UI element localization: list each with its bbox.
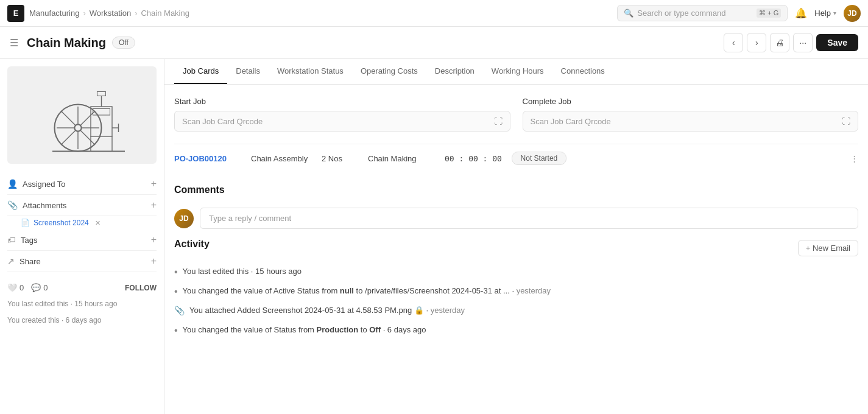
- sidebar: 👤 Assigned To + 📎 Attachments + 📄 Screen…: [0, 59, 164, 414]
- comment-input[interactable]: Type a reply / comment: [200, 208, 858, 229]
- tab-details[interactable]: Details: [227, 59, 269, 84]
- job-id[interactable]: PO-JOB00120: [174, 154, 241, 163]
- search-icon: 🔍: [624, 9, 633, 18]
- sidebar-meta: 🤍 0 💬 0 FOLLOW You last edited this · 15…: [7, 272, 157, 329]
- activity-item-1: • You last edited this · 15 hours ago: [174, 265, 858, 278]
- content-area: Job Cards Details Workstation Status Ope…: [164, 59, 868, 414]
- tags-label: Tags: [21, 236, 146, 245]
- tab-workstation-status[interactable]: Workstation Status: [269, 59, 352, 84]
- heart-icon: 🤍: [7, 283, 17, 292]
- likes-count: 0: [19, 283, 24, 292]
- activity-item-3: 📎 You attached Added Screenshot 2024-05-…: [174, 304, 858, 317]
- notification-icon[interactable]: 🔔: [795, 7, 807, 19]
- activity-title: Activity: [174, 239, 210, 250]
- help-button[interactable]: Help ▾: [814, 9, 836, 18]
- complete-job-input[interactable]: Scan Job Card Qrcode ⛶: [523, 111, 859, 132]
- attachment-remove-icon[interactable]: ✕: [95, 219, 101, 227]
- tab-content: Start Job Scan Job Card Qrcode ⛶ Complet…: [164, 85, 868, 414]
- tab-connections[interactable]: Connections: [552, 59, 613, 84]
- header-actions: ‹ › 🖨 ··· Save: [724, 33, 858, 52]
- new-email-button[interactable]: + New Email: [798, 240, 858, 256]
- search-shortcut: ⌘ + G: [757, 9, 781, 18]
- attachments-add-icon[interactable]: +: [151, 200, 157, 211]
- tags-section: 🏷 Tags +: [7, 230, 157, 251]
- more-button[interactable]: ···: [793, 33, 813, 52]
- activity-item-2: • You changed the value of Active Status…: [174, 285, 858, 297]
- comments-section: Comments JD Type a reply / comment: [174, 184, 858, 239]
- activity-header: Activity + New Email: [174, 239, 858, 257]
- job-row: PO-JOB00120 Chain Assembly 2 Nos Chain M…: [174, 144, 858, 172]
- activity-text-2: You changed the value of Active Status f…: [183, 285, 551, 297]
- yesterday-2: yesterday: [431, 306, 465, 315]
- svg-line-7: [80, 130, 94, 144]
- share-add-icon[interactable]: +: [151, 256, 157, 267]
- tags-add-icon[interactable]: +: [151, 234, 157, 245]
- svg-line-6: [61, 111, 75, 125]
- comment-area: JD Type a reply / comment: [174, 203, 858, 239]
- activity-list: • You last edited this · 15 hours ago • …: [174, 265, 858, 336]
- job-qty: 2 Nos: [322, 154, 358, 163]
- edit-info-2: You created this · 6 days ago: [7, 312, 157, 329]
- start-job-placeholder: Scan Job Card Qrcode: [182, 117, 263, 126]
- save-button[interactable]: Save: [816, 34, 858, 51]
- job-assembly: Chain Assembly: [251, 154, 312, 163]
- commenter-avatar: JD: [174, 209, 194, 228]
- nav-logo[interactable]: E: [7, 5, 24, 22]
- tab-description[interactable]: Description: [426, 59, 483, 84]
- page-header: ☰ Chain Making Off ‹ › 🖨 ··· Save: [0, 27, 868, 59]
- tab-working-hours[interactable]: Working Hours: [483, 59, 552, 84]
- off-text: Off: [369, 325, 381, 334]
- next-button[interactable]: ›: [747, 33, 766, 52]
- breadcrumb-current: Chain Making: [141, 9, 189, 18]
- comment-icon: 💬: [31, 283, 41, 292]
- nav-right: 🔍 Search or type command ⌘ + G 🔔 Help ▾ …: [617, 5, 861, 22]
- job-status: Not Started: [512, 152, 566, 165]
- status-badge: Off: [112, 37, 135, 49]
- follow-button[interactable]: FOLLOW: [125, 284, 157, 292]
- yesterday-1: yesterday: [517, 286, 551, 295]
- bullet-2: •: [174, 286, 178, 297]
- comments-item[interactable]: 💬 0: [31, 283, 48, 292]
- attachment-icon-3: 📎: [174, 306, 185, 315]
- print-button[interactable]: 🖨: [770, 33, 789, 52]
- breadcrumb-sep-2: ›: [135, 9, 137, 18]
- start-job-group: Start Job Scan Job Card Qrcode ⛶: [174, 97, 510, 132]
- tabs: Job Cards Details Workstation Status Ope…: [164, 59, 868, 85]
- assigned-to-label: Assigned To: [23, 180, 146, 189]
- tab-job-cards[interactable]: Job Cards: [174, 59, 227, 84]
- help-label: Help: [814, 9, 831, 18]
- breadcrumb-sep-1: ›: [83, 9, 85, 18]
- search-bar[interactable]: 🔍 Search or type command ⌘ + G: [617, 5, 788, 21]
- page-title: Chain Making: [27, 36, 106, 50]
- production-text: Production: [317, 325, 359, 334]
- breadcrumb-manufacturing[interactable]: Manufacturing: [29, 9, 79, 18]
- attachment-name[interactable]: Screenshot 2024: [34, 219, 89, 227]
- user-avatar[interactable]: JD: [844, 5, 861, 22]
- edit-info-1: You last edited this · 15 hours ago: [7, 296, 157, 312]
- start-job-input[interactable]: Scan Job Card Qrcode ⛶: [174, 111, 510, 132]
- complete-scan-expand-icon[interactable]: ⛶: [842, 116, 850, 126]
- start-scan-expand-icon[interactable]: ⛶: [494, 116, 503, 126]
- assigned-to-add-icon[interactable]: +: [151, 178, 157, 189]
- main-layout: 👤 Assigned To + 📎 Attachments + 📄 Screen…: [0, 59, 868, 414]
- user-icon: 👤: [7, 179, 18, 189]
- null-text: null: [340, 286, 354, 295]
- start-job-label: Start Job: [174, 97, 510, 106]
- job-row-more-icon[interactable]: ⋮: [850, 154, 858, 163]
- comments-title: Comments: [174, 184, 858, 195]
- share-label: Share: [19, 257, 146, 266]
- complete-job-label: Complete Job: [523, 97, 859, 106]
- likes-item[interactable]: 🤍 0: [7, 283, 24, 292]
- complete-job-group: Complete Job Scan Job Card Qrcode ⛶: [523, 97, 859, 132]
- activity-item-4: • You changed the value of Status from P…: [174, 324, 858, 336]
- comments-count: 0: [43, 283, 48, 292]
- bullet-1: •: [174, 267, 178, 278]
- svg-line-8: [80, 111, 94, 125]
- breadcrumb-workstation[interactable]: Workstation: [90, 9, 131, 18]
- complete-job-placeholder: Scan Job Card Qrcode: [531, 117, 611, 126]
- tab-operating-costs[interactable]: Operating Costs: [352, 59, 426, 84]
- social-row: 🤍 0 💬 0 FOLLOW: [7, 279, 157, 296]
- job-time: 00 : 00 : 00: [445, 154, 502, 163]
- sidebar-toggle-icon[interactable]: ☰: [10, 37, 18, 49]
- prev-button[interactable]: ‹: [724, 33, 743, 52]
